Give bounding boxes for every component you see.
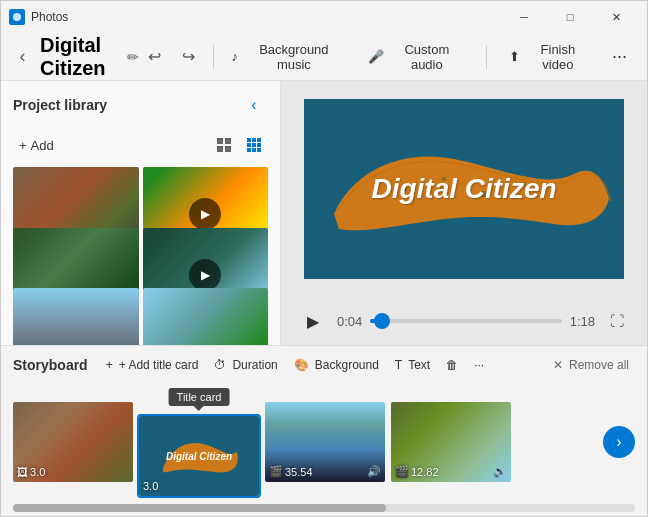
back-button[interactable]: ‹ — [13, 41, 32, 73]
storyboard-more-button[interactable]: ··· — [468, 354, 490, 376]
preview-controls: ▶ 0:04 1:18 ⛶ — [281, 297, 647, 345]
duration-button[interactable]: ⏱ Duration — [208, 354, 283, 376]
export-icon: ⬆ — [509, 49, 520, 64]
project-title: Digital Citizen — [40, 34, 119, 80]
text-button[interactable]: T Text — [389, 354, 436, 376]
grid-view-button[interactable] — [210, 131, 238, 159]
maximize-button[interactable]: □ — [547, 1, 593, 33]
video-icon: 🎬 — [269, 465, 283, 478]
delete-button[interactable]: 🗑 — [440, 354, 464, 376]
compact-grid-icon — [246, 137, 262, 153]
remove-all-label: Remove all — [569, 358, 629, 372]
svg-rect-4 — [217, 146, 223, 152]
title-card-tooltip: Title card — [169, 388, 230, 406]
storyboard-duration: 🖼 3.0 — [17, 466, 45, 478]
project-title-area: ‹ Digital Citizen ✏ — [13, 34, 139, 80]
svg-rect-3 — [225, 138, 231, 144]
more-options-button[interactable]: ··· — [604, 42, 635, 71]
storyboard-audio-icon: 🔊 — [367, 465, 381, 478]
undo-redo-group: ↩ ↪ — [139, 41, 205, 73]
storyboard-item[interactable]: 🖼 3.0 — [13, 402, 133, 482]
app-icon — [9, 9, 25, 25]
storyboard-next-button[interactable]: › — [603, 426, 635, 458]
duration-value-2: 3.0 — [143, 480, 158, 492]
edit-title-icon[interactable]: ✏ — [127, 49, 139, 65]
toolbar-divider-2 — [486, 45, 487, 69]
end-time: 1:18 — [570, 314, 595, 329]
media-thumbnail — [143, 288, 269, 345]
compact-view-button[interactable] — [240, 131, 268, 159]
custom-audio-button[interactable]: 🎤 Custom audio — [358, 36, 474, 78]
media-item[interactable] — [143, 288, 269, 345]
preview-area: Digital Citizen — [281, 81, 647, 297]
title-bar-app-name: Photos — [31, 10, 501, 24]
storyboard-title: Storyboard — [13, 357, 88, 373]
storyboard-content: 🖼 3.0 Title card Digital Citizen 3.0 — [1, 384, 647, 504]
add-title-card-button[interactable]: + + Add title card — [100, 354, 205, 376]
remove-all-button[interactable]: ✕ Remove all — [547, 354, 635, 376]
background-icon: 🎨 — [294, 358, 309, 372]
project-library-panel: Project library ‹ + Add — [1, 81, 281, 345]
collapse-panel-button[interactable]: ‹ — [240, 91, 268, 119]
main-toolbar: ‹ Digital Citizen ✏ ↩ ↪ ♪ Background mus… — [1, 33, 647, 81]
storyboard-item[interactable]: 🎬 35.54 🔊 — [265, 402, 385, 482]
add-media-button[interactable]: + Add — [13, 134, 60, 157]
minimize-button[interactable]: ─ — [501, 1, 547, 33]
storyboard-item[interactable]: 🎬 12.82 🔊 — [391, 402, 511, 482]
panel-title: Project library — [13, 97, 107, 113]
video-icon-2: 🎬 — [395, 465, 409, 478]
add-title-card-label: + Add title card — [119, 358, 199, 372]
storyboard-duration-4: 🎬 12.82 — [395, 465, 439, 478]
duration-label: Duration — [232, 358, 277, 372]
remove-icon: ✕ — [553, 358, 563, 372]
svg-rect-6 — [247, 138, 251, 142]
duration-value: 3.0 — [30, 466, 45, 478]
fullscreen-button[interactable]: ⛶ — [603, 307, 631, 335]
preview-canvas: Digital Citizen — [304, 99, 624, 279]
svg-rect-12 — [247, 148, 251, 152]
timeline-slider[interactable] — [370, 319, 561, 323]
undo-button[interactable]: ↩ — [139, 41, 171, 73]
storyboard-audio-icon-2: 🔊 — [493, 465, 507, 478]
duration-value-4: 12.82 — [411, 466, 439, 478]
redo-button[interactable]: ↪ — [173, 41, 205, 73]
duration-value-3: 35.54 — [285, 466, 313, 478]
delete-icon: 🗑 — [446, 358, 458, 372]
grid-icon — [216, 137, 232, 153]
storyboard-scrollbar[interactable] — [13, 504, 635, 512]
finish-video-label: Finish video — [526, 42, 590, 72]
svg-rect-7 — [252, 138, 256, 142]
svg-rect-8 — [257, 138, 261, 142]
finish-video-button[interactable]: ⬆ Finish video — [499, 36, 600, 78]
storyboard-header: Storyboard + + Add title card ⏱ Duration… — [1, 346, 647, 384]
media-item[interactable]: ▣ — [13, 288, 139, 345]
play-button[interactable]: ▶ — [297, 305, 329, 337]
media-grid: ▶ ▶ ▣ — [1, 167, 280, 345]
background-music-button[interactable]: ♪ Background music — [222, 36, 354, 78]
duration-icon: ⏱ — [214, 358, 226, 372]
svg-point-1 — [13, 13, 21, 21]
main-content: Project library ‹ + Add — [1, 81, 647, 345]
audio-icon: 🎤 — [368, 49, 384, 64]
svg-rect-10 — [252, 143, 256, 147]
svg-rect-9 — [247, 143, 251, 147]
toolbar-actions: ♪ Background music 🎤 Custom audio ⬆ Fini… — [222, 36, 635, 78]
storyboard-item-selected[interactable]: Title card Digital Citizen 3.0 — [139, 416, 259, 496]
preview-panel: Digital Citizen ▶ 0:04 1:18 ⛶ — [281, 81, 647, 345]
svg-rect-14 — [257, 148, 261, 152]
music-icon: ♪ — [232, 49, 239, 64]
add-title-icon: + — [106, 358, 113, 372]
close-button[interactable]: ✕ — [593, 1, 639, 33]
plus-icon: + — [19, 138, 27, 153]
toolbar-divider — [213, 45, 214, 69]
svg-rect-11 — [257, 143, 261, 147]
add-label: Add — [31, 138, 54, 153]
custom-audio-label: Custom audio — [390, 42, 464, 72]
background-button[interactable]: 🎨 Background — [288, 354, 385, 376]
title-bar: Photos ─ □ ✕ — [1, 1, 647, 33]
text-icon: T — [395, 358, 402, 372]
view-toggle — [210, 131, 268, 159]
storyboard-duration-2: 3.0 — [143, 480, 158, 492]
media-thumbnail — [13, 288, 139, 345]
play-overlay-icon: ▶ — [189, 259, 221, 291]
